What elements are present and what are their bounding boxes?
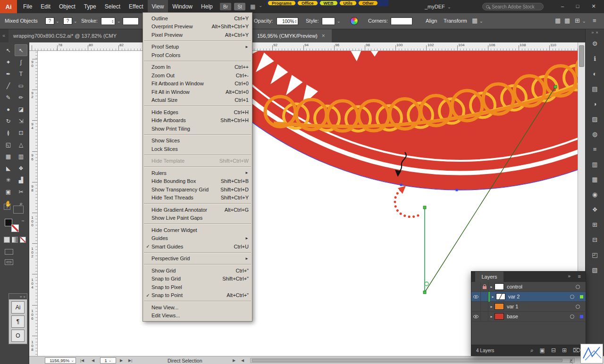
chevron-down-icon[interactable]: ⌄ [259, 3, 262, 8]
direct-selection-tool[interactable]: ↖ [15, 44, 27, 56]
menu-item-hide-corner-widget[interactable]: Hide Corner Widget [143, 226, 252, 234]
target-circle[interactable] [576, 285, 580, 289]
close-tab-icon[interactable]: × [322, 33, 325, 39]
layer-name[interactable]: control [504, 284, 576, 290]
target-circle[interactable] [570, 314, 574, 319]
panel-brushes-icon[interactable]: ▨ [586, 111, 604, 126]
dock-panel-[interactable]: ¶ [11, 315, 25, 328]
panel-navigator-icon[interactable]: ◰ [586, 247, 604, 262]
expand-arrow-icon[interactable]: ▸ [490, 295, 496, 299]
panel-color-guide-icon[interactable]: ◑ [586, 96, 604, 111]
menu-item-hide-bounding-box[interactable]: Hide Bounding BoxShift+Ctrl+B [143, 177, 252, 186]
expand-arrow-icon[interactable]: ▸ [488, 285, 495, 289]
create-layer-button[interactable]: ⊞ [562, 347, 567, 354]
menu-item-overprint-preview[interactable]: Overprint PreviewAlt+Shift+Ctrl+Y [143, 23, 252, 31]
opacity-field[interactable]: 100% ▴▾ [277, 17, 298, 25]
menu-item-zoom-out[interactable]: Zoom OutCtrl+- [143, 71, 252, 80]
layer-name[interactable]: var 1 [504, 304, 576, 309]
layers-tab[interactable]: Layers [475, 272, 503, 282]
mesh-tool[interactable]: ▦ [2, 150, 15, 162]
path-endpoint-handle[interactable] [554, 85, 557, 88]
lock-cell[interactable] [481, 312, 488, 322]
panel-arrow-right-icon[interactable]: ▶ [233, 358, 235, 363]
panel-menu-icon[interactable]: ≡ [578, 273, 581, 279]
spinner-icon[interactable]: ▴▾ [112, 19, 113, 23]
dock-grid-icon[interactable]: ▦ [555, 17, 561, 24]
menu-item-proof-colors[interactable]: Proof Colors [143, 51, 252, 59]
blob-brush-tool[interactable]: ● [2, 103, 15, 115]
line-segment-tool[interactable]: ╱ [2, 80, 15, 91]
panel-align-icon[interactable]: ⊞ [586, 217, 604, 232]
lock-cell[interactable] [481, 282, 488, 292]
path-endpoint-handle[interactable] [423, 291, 426, 294]
menu-item-lock-slices[interactable]: Lock Slices [143, 145, 252, 153]
menu-item-show-print-tiling[interactable]: Show Print Tiling [143, 124, 252, 133]
target-circle[interactable] [570, 295, 574, 299]
menu-item-show-slices[interactable]: Show Slices [143, 137, 252, 145]
workspace-switcher[interactable]: _myDEF ⌄ [425, 0, 451, 13]
workspace-tab-web[interactable]: WEB [319, 0, 338, 6]
menu-item-hide-text-threads[interactable]: Hide Text ThreadsShift+Ctrl+Y [143, 194, 252, 202]
visibility-toggle[interactable] [471, 312, 481, 322]
lock-cell[interactable] [481, 302, 488, 312]
chevron-down-icon[interactable]: ⌄ [582, 19, 586, 24]
stroke-swatch[interactable]: ? [63, 17, 72, 25]
pen-tool[interactable]: ✒ [2, 68, 15, 80]
corner-preview-thumbnail[interactable] [580, 344, 603, 364]
pencil-tool[interactable]: ✏ [15, 91, 27, 103]
layer-name[interactable]: base [504, 314, 570, 319]
anchor-point[interactable] [400, 184, 403, 186]
collapse-toolbar-icon[interactable]: « [2, 33, 5, 38]
chevron-down-icon[interactable]: ⌄ [337, 19, 341, 24]
vertical-ruler[interactable]: 9092949698100102104106108 [29, 51, 38, 356]
workspace-tab-other[interactable]: Other [358, 0, 378, 6]
delete-layer-button[interactable]: ⌦ [573, 347, 581, 354]
visibility-toggle[interactable] [471, 292, 481, 302]
slice-tool[interactable]: ✂ [15, 186, 27, 198]
panel-stroke-icon[interactable]: ≡ [586, 141, 604, 157]
color-mode-button[interactable] [4, 237, 10, 243]
horizontal-ruler[interactable]: 78808292949698100102104106108110 [29, 42, 578, 51]
panel-links-icon[interactable]: ▧ [586, 262, 604, 277]
selection-tool[interactable]: ↖ [2, 44, 15, 56]
layer-row-control[interactable]: ▸control [471, 282, 586, 292]
minimize-button[interactable]: – [556, 0, 569, 12]
panel-color-icon[interactable]: ◐ [586, 66, 604, 81]
control-panel-menu-icon[interactable]: ≡ [593, 17, 596, 24]
anchor-point[interactable] [456, 189, 458, 191]
screen-mode-button[interactable] [5, 259, 13, 265]
artboard-tool[interactable]: ▣ [2, 186, 15, 198]
style-dropdown[interactable] [322, 17, 335, 25]
layer-row-var-1[interactable]: ▸var 1 [471, 302, 586, 312]
menu-item-hide-artboards[interactable]: Hide ArtboardsShift+Ctrl+H [143, 116, 252, 125]
menu-item-smart-guides[interactable]: ✓Smart GuidesCtrl+U [143, 242, 252, 251]
stock-button[interactable]: St [234, 3, 245, 10]
rectangle-tool[interactable]: ▭ [15, 80, 27, 91]
menubar-item-select[interactable]: Select [101, 0, 125, 13]
eyedropper-tool[interactable]: ◣ [2, 162, 15, 174]
locate-object-button[interactable]: ⌕ [530, 347, 534, 354]
menu-item-show-transparency-grid[interactable]: Show Transparency GridShift+Ctrl+D [143, 185, 252, 194]
document-tab-inactive[interactable]: wrapping700x890.CS2.ai* @ 137,82% (CMY [8, 29, 143, 42]
gradient-tool[interactable]: ▥ [15, 150, 27, 162]
last-artboard-button[interactable]: ▶| [128, 358, 132, 363]
workspace-tab-utils[interactable]: Utils [339, 0, 357, 6]
stroke-profile-dropdown[interactable] [123, 17, 139, 25]
menu-item-snap-to-point[interactable]: ✓Snap to PointAlt+Ctrl+" [143, 291, 252, 300]
menu-item-pixel-preview[interactable]: Pixel PreviewAlt+Ctrl+Y [143, 31, 252, 39]
panel-transparency-icon[interactable]: ▦ [586, 172, 604, 187]
zoom-level-field[interactable]: 1156,95% ⌄ [45, 357, 76, 364]
document-tab-active[interactable]: 156,95% (CMYK/Preview) × [252, 29, 332, 42]
align-button[interactable]: Align [426, 18, 437, 24]
spinner-icon[interactable]: ▴▾ [295, 19, 296, 23]
width-tool[interactable]: ≬ [2, 127, 15, 139]
workspace-tab-programs[interactable]: Programs [268, 0, 296, 6]
perspective-grid-tool[interactable]: △ [15, 139, 27, 150]
menubar-item-type[interactable]: Type [80, 0, 101, 13]
menubar-item-help[interactable]: Help [197, 0, 217, 13]
vertical-scrollbar-thumb[interactable] [579, 45, 584, 67]
arrange-documents-icon[interactable]: ▦ [250, 3, 255, 10]
blend-tool[interactable]: ❖ [15, 162, 27, 174]
close-panels-icon[interactable]: × [596, 30, 598, 35]
expand-arrow-icon[interactable]: ▸ [488, 305, 495, 309]
